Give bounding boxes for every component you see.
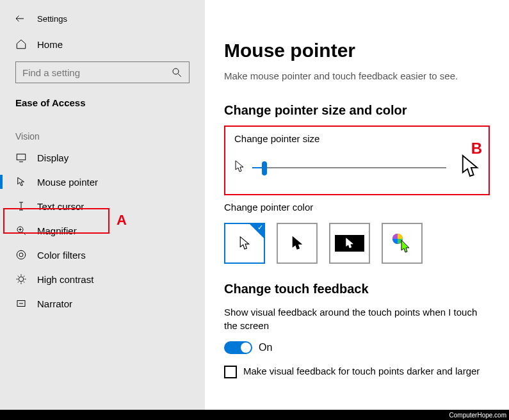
section-touch: Change touch feedback (224, 282, 490, 296)
touch-description: Show visual feedback around the touch po… (224, 305, 490, 332)
pointer-size-slider[interactable] (252, 167, 446, 168)
main-panel: Mouse pointer Make mouse pointer and tou… (205, 0, 509, 410)
sidebar-item-label: Text cursor (37, 201, 84, 212)
sidebar-item-color-filters[interactable]: Color filters (0, 243, 205, 267)
pointer-icon (15, 176, 27, 188)
sidebar-item-label: Display (37, 152, 69, 163)
cursor-small-icon (234, 160, 245, 175)
home-label: Home (37, 39, 63, 50)
svg-point-5 (173, 69, 179, 74)
settings-window: Settings Home Ease of Access Vision Disp… (0, 0, 509, 420)
annotation-label-b: B (471, 140, 482, 158)
sidebar-item-label: Color filters (37, 250, 86, 261)
pointer-color-custom[interactable] (382, 223, 423, 264)
narrator-icon (15, 298, 27, 309)
svg-line-24 (24, 282, 25, 283)
svg-line-25 (18, 282, 19, 283)
pointer-size-label: Change pointer size (234, 133, 480, 144)
svg-line-23 (18, 276, 19, 277)
slider-thumb[interactable] (262, 161, 267, 175)
sidebar-item-magnifier[interactable]: Magnifier (0, 218, 205, 243)
svg-line-13 (22, 232, 26, 235)
back-icon[interactable] (14, 13, 26, 24)
sidebar-item-narrator[interactable]: Narrator (0, 291, 205, 316)
touch-feedback-toggle[interactable] (224, 341, 252, 354)
sidebar-item-high-contrast[interactable]: High contrast (0, 267, 205, 291)
sidebar-item-label: Magnifier (37, 225, 77, 236)
svg-point-16 (19, 253, 23, 257)
search-input[interactable] (15, 61, 190, 83)
page-title: Mouse pointer (224, 40, 490, 61)
svg-line-26 (24, 276, 25, 277)
page-subtitle: Make mouse pointer and touch feedback ea… (224, 70, 490, 81)
sidebar-item-label: High contrast (37, 274, 93, 285)
pointer-color-black[interactable] (277, 223, 318, 264)
high-contrast-icon (15, 273, 27, 285)
home-icon (15, 38, 27, 50)
group-label: Vision (0, 121, 205, 145)
annotation-box-b: B Change pointer size (224, 125, 490, 195)
pointer-color-inverted[interactable] (329, 223, 370, 264)
svg-point-17 (17, 250, 26, 259)
sidebar: Settings Home Ease of Access Vision Disp… (0, 0, 205, 410)
sidebar-item-label: Narrator (37, 298, 72, 309)
toggle-label: On (259, 342, 272, 353)
sidebar-item-text-cursor[interactable]: Text cursor (0, 194, 205, 218)
magnifier-icon (15, 225, 27, 236)
check-icon (249, 223, 264, 239)
cursor-large-icon (460, 154, 480, 181)
svg-rect-7 (17, 154, 26, 160)
window-title: Settings (37, 14, 67, 24)
category-label: Ease of Access (0, 92, 205, 121)
svg-point-18 (19, 277, 24, 282)
footer-credit: ComputerHope.com (0, 410, 509, 420)
svg-line-6 (178, 74, 181, 77)
pointer-color-label: Change pointer color (224, 202, 490, 213)
pointer-color-white[interactable] (224, 223, 265, 264)
sidebar-item-mouse-pointer[interactable]: Mouse pointer (0, 170, 205, 194)
checkbox-label: Make visual feedback for touch points da… (243, 366, 480, 376)
home-nav[interactable]: Home (0, 37, 205, 61)
sidebar-item-display[interactable]: Display (0, 145, 205, 170)
search-field[interactable] (22, 67, 171, 78)
sidebar-item-label: Mouse pointer (37, 177, 98, 188)
darker-larger-checkbox[interactable] (224, 366, 237, 378)
text-cursor-icon (15, 200, 27, 212)
color-filters-icon (15, 249, 27, 261)
search-icon (171, 67, 182, 78)
display-icon (15, 152, 27, 163)
section-size-color: Change pointer size and color (224, 103, 490, 118)
annotation-label-a: A (117, 212, 127, 229)
